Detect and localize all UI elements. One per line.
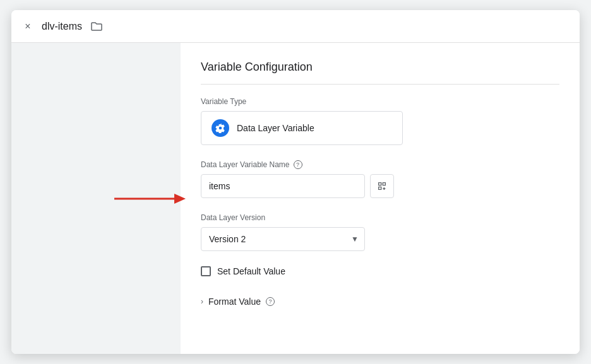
- svg-marker-1: [174, 194, 186, 204]
- input-action-button[interactable]: [370, 174, 394, 198]
- data-layer-version-select-row: Version 1 Version 2 ▼: [201, 227, 365, 251]
- folder-icon[interactable]: [90, 20, 104, 33]
- window-title: dlv-items: [42, 21, 82, 32]
- data-layer-name-label: Data Layer Variable Name ?: [201, 160, 559, 169]
- data-layer-name-group: Data Layer Variable Name ?: [201, 160, 559, 198]
- set-default-group: Set Default Value: [201, 266, 559, 276]
- variable-type-box[interactable]: Data Layer Variable: [201, 111, 403, 145]
- format-value-help-icon[interactable]: ?: [266, 297, 275, 306]
- data-layer-name-input-row: [201, 174, 559, 198]
- main-window: × dlv-items Variable Configuration: [11, 10, 580, 354]
- gear-icon: [212, 119, 229, 137]
- data-layer-version-label: Data Layer Version: [201, 213, 559, 222]
- content-area: Variable Configuration Variable Type Dat…: [11, 43, 580, 354]
- main-panel: Variable Configuration Variable Type Dat…: [181, 43, 580, 354]
- set-default-row: Set Default Value: [201, 266, 559, 276]
- title-bar: × dlv-items: [11, 10, 580, 43]
- variable-type-label: Variable Type: [201, 97, 559, 106]
- variable-type-group: Variable Type Data Layer Variable: [201, 97, 559, 145]
- data-layer-version-select[interactable]: Version 1 Version 2: [201, 227, 365, 251]
- arrow-indicator: [111, 189, 187, 208]
- format-value-expand[interactable]: › Format Value ?: [201, 291, 559, 307]
- data-layer-name-input[interactable]: [201, 174, 365, 198]
- data-layer-version-group: Data Layer Version Version 1 Version 2 ▼: [201, 213, 559, 251]
- format-value-label: Format Value: [208, 296, 261, 307]
- help-icon[interactable]: ?: [294, 160, 302, 169]
- set-default-checkbox[interactable]: [201, 266, 211, 276]
- close-button[interactable]: ×: [21, 20, 34, 33]
- chevron-right-icon: ›: [201, 297, 203, 306]
- section-title: Variable Configuration: [201, 61, 559, 85]
- format-value-group: › Format Value ?: [201, 291, 559, 307]
- set-default-label: Set Default Value: [217, 266, 285, 276]
- variable-type-value: Data Layer Variable: [237, 123, 314, 133]
- sidebar: [11, 43, 181, 354]
- variable-config-panel: Variable Configuration Variable Type Dat…: [181, 43, 580, 339]
